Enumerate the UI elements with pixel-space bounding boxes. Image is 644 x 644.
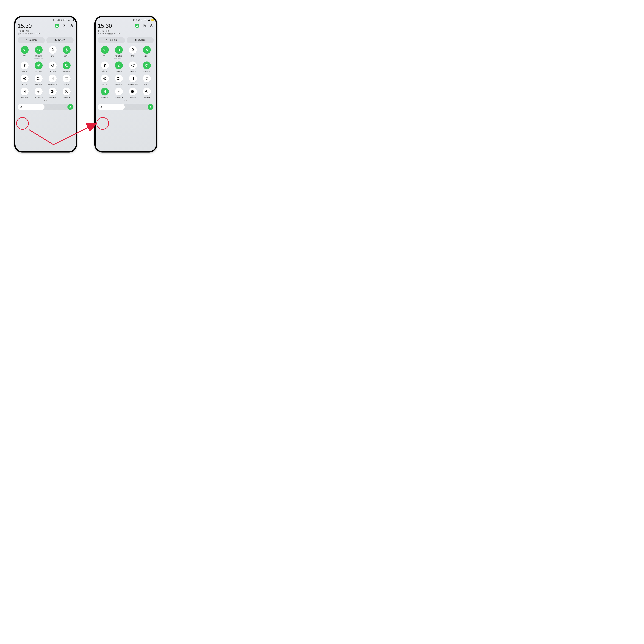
calculator-toggle[interactable]	[63, 75, 71, 82]
wifi-label[interactable]: shj	[103, 55, 106, 57]
mute-label: 静音	[131, 55, 135, 57]
date-text: 4月14日，周四	[18, 30, 40, 32]
usage-text: 今日 796 MB 日剩余 4.22 GB	[18, 33, 40, 35]
autorotate-toggle[interactable]	[63, 61, 71, 69]
clock: 15:30	[18, 23, 40, 29]
location-toggle[interactable]	[115, 61, 123, 69]
tile-mobiledata: 移动数据中国移动 5G	[32, 46, 46, 60]
bluetooth-toggle[interactable]	[143, 46, 151, 54]
svg-rect-63	[119, 77, 120, 78]
ultrasaver-label: 超级省电模式	[47, 83, 58, 86]
media-icon	[26, 39, 28, 42]
svg-point-16	[38, 65, 39, 66]
mute-toggle[interactable]	[129, 46, 137, 54]
bluetooth-label[interactable]: 蓝牙	[64, 55, 69, 57]
edit-button[interactable]	[142, 24, 147, 28]
airplane-toggle[interactable]	[129, 61, 137, 69]
svg-point-58	[118, 65, 119, 66]
page-dot-active	[44, 100, 45, 101]
mute-toggle[interactable]	[49, 46, 57, 54]
mobiledata-toggle[interactable]	[115, 46, 123, 54]
svg-marker-7	[70, 24, 73, 27]
bluetooth-icon	[145, 48, 149, 52]
my-devices-button[interactable]: 我的设备	[127, 37, 154, 43]
my-devices-label: 我的设备	[138, 39, 146, 42]
screenrec-toggle[interactable]	[49, 88, 57, 95]
auto-brightness-button[interactable]: A	[148, 104, 153, 110]
page-dot-active	[125, 100, 125, 101]
hotspot-toggle[interactable]	[115, 88, 123, 95]
tile-wifi: shj	[98, 46, 112, 60]
floatball-toggle[interactable]	[21, 75, 29, 82]
svg-text:S: S	[52, 78, 53, 79]
dnd-toggle[interactable]	[63, 88, 71, 95]
autorotate-toggle[interactable]	[143, 61, 151, 69]
airplane-icon	[51, 64, 55, 67]
dnd-icon	[65, 90, 69, 93]
dnd-label[interactable]: 免打扰	[144, 96, 150, 99]
phone-screen-left: 6.00KB/S HD 5G 88 15:30 4月14日，周四 今日 796 …	[15, 17, 76, 151]
media-switch-button[interactable]: 媒体切换	[98, 37, 125, 43]
calculator-toggle[interactable]	[143, 75, 151, 82]
svg-point-5	[56, 25, 57, 26]
tile-scene: 情景模式	[112, 75, 126, 86]
mute-label: 静音	[51, 55, 54, 57]
edit-button[interactable]	[62, 24, 66, 28]
media-switch-button[interactable]: 媒体切换	[18, 37, 45, 43]
svg-point-38	[52, 91, 53, 92]
dnd-label[interactable]: 免打扰	[64, 96, 70, 99]
phone-screen-right: 11.0KB/S HD 5G 88 15:30 4月14日，周四 今日 796 …	[96, 17, 156, 151]
svg-text:A: A	[151, 107, 151, 108]
screenrec-icon	[51, 90, 55, 93]
wifi-label[interactable]: shj	[23, 55, 26, 57]
bluetooth-toggle[interactable]	[63, 46, 71, 54]
saver-toggle[interactable]	[101, 88, 109, 95]
settings-button[interactable]	[69, 24, 74, 28]
ultrasaver-toggle[interactable]: S	[49, 75, 57, 82]
location-toggle[interactable]	[35, 61, 43, 69]
page-dot	[126, 100, 127, 101]
hotspot-label[interactable]: 个人热点	[115, 96, 123, 99]
user-avatar-button[interactable]	[55, 24, 59, 28]
annotation-ring-left	[16, 117, 29, 130]
scene-toggle[interactable]	[35, 75, 43, 82]
saver-label: 省电模式	[21, 96, 28, 99]
brightness-slider[interactable]: A	[18, 104, 74, 110]
bluetooth-label[interactable]: 蓝牙	[144, 55, 149, 57]
hotspot-toggle[interactable]	[35, 88, 43, 95]
hotspot-label[interactable]: 个人热点	[35, 96, 43, 99]
carrier-label: 中国移动 5G	[114, 57, 123, 60]
wifi-toggle[interactable]	[21, 46, 29, 54]
page-indicator	[18, 100, 74, 101]
autorotate-label: 自动旋转	[63, 70, 70, 73]
svg-point-19	[24, 78, 25, 79]
mobiledata-toggle[interactable]	[35, 46, 43, 54]
location-label: 定位服务	[115, 70, 122, 73]
my-devices-button[interactable]: 我的设备	[46, 37, 74, 43]
airplane-toggle[interactable]	[49, 61, 57, 69]
floatball-toggle[interactable]	[101, 75, 109, 82]
settings-button[interactable]	[149, 24, 154, 28]
net-speed: 6.00KB/S	[58, 19, 60, 21]
hd-badge: HD	[64, 19, 66, 21]
svg-rect-20	[37, 77, 38, 78]
scene-toggle[interactable]	[115, 75, 123, 82]
svg-rect-14	[24, 64, 25, 65]
auto-brightness-button[interactable]: A	[67, 104, 73, 110]
saver-toggle[interactable]	[21, 88, 29, 95]
flashlight-toggle[interactable]	[101, 61, 109, 69]
calculator-icon	[65, 77, 69, 80]
brightness-slider[interactable]: A	[98, 104, 154, 110]
flashlight-toggle[interactable]	[21, 61, 29, 69]
svg-rect-45	[149, 20, 150, 21]
dnd-toggle[interactable]	[143, 88, 151, 95]
tile-autorotate: 自动旋转	[60, 61, 74, 73]
ultrasaver-toggle[interactable]: S	[129, 75, 137, 82]
wifi-toggle[interactable]	[101, 46, 109, 54]
status-bar: 6.00KB/S HD 5G 88	[18, 17, 74, 22]
floatball-label: 悬浮球	[102, 83, 107, 86]
user-avatar-button[interactable]	[135, 24, 139, 28]
mobiledata-label: 移动数据	[35, 55, 42, 57]
svg-rect-56	[104, 64, 105, 65]
screenrec-toggle[interactable]	[129, 88, 137, 95]
